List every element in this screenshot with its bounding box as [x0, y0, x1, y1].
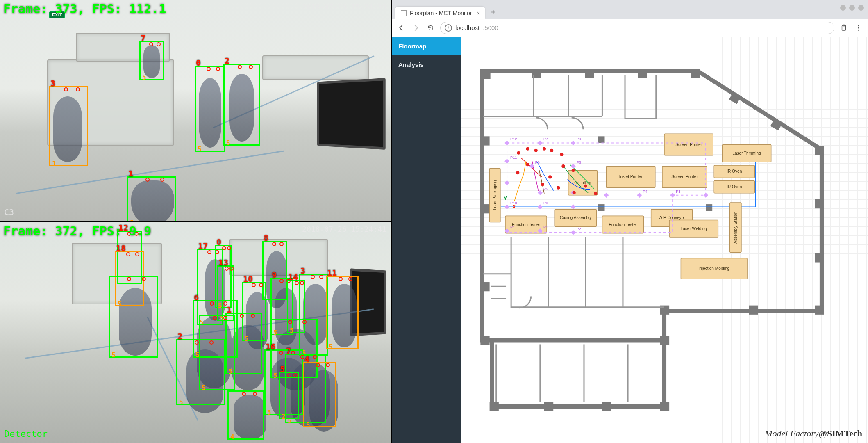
- detection-bbox: 05: [195, 66, 225, 152]
- detection-bbox: 25: [223, 64, 260, 146]
- detection-bbox: 52: [279, 372, 299, 419]
- foot-dot-icon: [225, 267, 229, 271]
- svg-rect-51: [602, 216, 643, 233]
- foot-dot-icon: [145, 178, 150, 182]
- window-minimize-icon[interactable]: [840, 5, 846, 11]
- bbox-id: 7: [286, 346, 291, 356]
- track-point: [516, 171, 519, 174]
- camera-badge-top: C3: [4, 207, 14, 217]
- foot-dot-icon: [279, 279, 284, 283]
- kebab-icon: [855, 24, 862, 32]
- svg-text:X: X: [512, 204, 516, 210]
- foot-dot-icon: [316, 363, 320, 367]
- foot-dot-icon: [319, 275, 323, 279]
- bbox-foot-id: 5: [267, 409, 271, 416]
- svg-text:P8: P8: [577, 160, 581, 164]
- station: Laser Welding: [669, 220, 718, 237]
- foot-dot-icon: [288, 320, 292, 324]
- svg-rect-27: [598, 136, 604, 143]
- address-bar[interactable]: i localhost:5000: [440, 22, 834, 34]
- foot-dot-icon: [252, 283, 256, 287]
- detection-bbox: 4: [227, 390, 264, 440]
- tab-close-icon[interactable]: ×: [477, 10, 480, 16]
- bbox-foot-id: 5: [111, 351, 116, 359]
- svg-rect-12: [815, 146, 824, 155]
- tracking-node: [504, 159, 509, 164]
- svg-rect-31: [490, 168, 500, 222]
- svg-rect-22: [490, 402, 499, 411]
- foot-dot-icon: [287, 373, 291, 377]
- browser-window: Floorplan - MCT Monitor × + i localh: [392, 0, 868, 443]
- track-point: [541, 183, 544, 186]
- site-info-icon[interactable]: i: [445, 24, 452, 32]
- detection-bbox: 5: [109, 276, 158, 358]
- foot-dot-icon: [242, 392, 246, 396]
- svg-text:P7: P7: [543, 137, 548, 141]
- track-point: [560, 153, 563, 156]
- svg-text:P3: P3: [676, 190, 680, 194]
- tracking-node: [670, 193, 675, 198]
- foot-dot-icon: [76, 87, 80, 91]
- tracking-node: [637, 193, 642, 198]
- bbox-foot-id: 5: [179, 398, 183, 406]
- svg-rect-41: [722, 145, 771, 162]
- svg-rect-43: [714, 165, 754, 178]
- nav-back-button[interactable]: [396, 23, 407, 33]
- station: Laser Trimming: [722, 145, 771, 162]
- foot-dot-icon: [348, 277, 352, 281]
- foot-dot-icon: [127, 277, 131, 281]
- window-maximize-icon[interactable]: [849, 5, 855, 11]
- svg-rect-20: [602, 402, 611, 411]
- sidebar-item-floormap[interactable]: Floormap: [392, 37, 461, 55]
- bbox-id: 17: [198, 241, 208, 251]
- sidebar-item-analysis[interactable]: Analysis: [392, 55, 461, 74]
- foot-dot-icon: [240, 314, 244, 318]
- svg-rect-57: [730, 203, 741, 252]
- tab-favicon: [401, 10, 407, 16]
- brand-suffix: @SIMTech: [819, 428, 862, 438]
- foot-dot-icon: [300, 355, 304, 359]
- track-point: [572, 169, 575, 172]
- svg-text:P12: P12: [510, 137, 517, 141]
- foot-dot-icon: [253, 392, 257, 396]
- station: Assembly Station: [730, 203, 741, 252]
- floorplan-canvas[interactable]: Lean PackagingOil FillingInkjet PrinterS…: [461, 37, 868, 443]
- foot-dot-icon: [227, 246, 231, 250]
- nav-forward-button: [411, 23, 421, 33]
- bbox-id: 8: [264, 233, 268, 243]
- bbox-foot-id: 4: [230, 433, 234, 441]
- new-tab-button[interactable]: +: [488, 6, 499, 19]
- detection-bbox: 45: [303, 362, 336, 427]
- svg-text:P11: P11: [510, 155, 517, 160]
- svg-text:Y: Y: [504, 196, 507, 201]
- browser-tab-floorplan[interactable]: Floorplan - MCT Monitor ×: [395, 7, 485, 19]
- svg-rect-18: [660, 336, 669, 345]
- svg-text:P4: P4: [643, 190, 647, 194]
- foot-dot-icon: [209, 340, 214, 345]
- tracking-node: [571, 204, 576, 209]
- svg-point-4: [858, 29, 859, 30]
- menu-button[interactable]: [853, 23, 864, 33]
- window-close-icon[interactable]: [858, 5, 864, 11]
- clipboard-icon: [840, 24, 848, 32]
- timestamp-bottom: 2018-07-26 15:24:41: [302, 225, 386, 233]
- track-point: [526, 147, 529, 151]
- nav-reload-button[interactable]: [425, 23, 436, 33]
- arrow-left-icon: [398, 24, 405, 32]
- camera-top: EXIT 7505253115 Frame: 373, FPS: 112.1 2…: [0, 0, 391, 222]
- foot-dot-icon: [293, 373, 298, 377]
- bbox-foot-id: 5: [226, 139, 230, 147]
- tracking-node: [604, 193, 609, 198]
- foot-dot-icon: [64, 87, 68, 91]
- foot-dot-icon: [160, 178, 164, 182]
- foot-dot-icon: [339, 277, 343, 281]
- bbox-id: 2: [225, 56, 229, 66]
- foot-dot-icon: [279, 242, 284, 246]
- svg-rect-13: [815, 199, 824, 208]
- track-point: [543, 147, 546, 151]
- clipboard-button[interactable]: [838, 23, 849, 33]
- svg-rect-35: [607, 166, 655, 188]
- foot-dot-icon: [210, 301, 214, 306]
- detection-bbox: 31: [49, 86, 88, 166]
- brand-prefix: Model Factory: [765, 428, 818, 438]
